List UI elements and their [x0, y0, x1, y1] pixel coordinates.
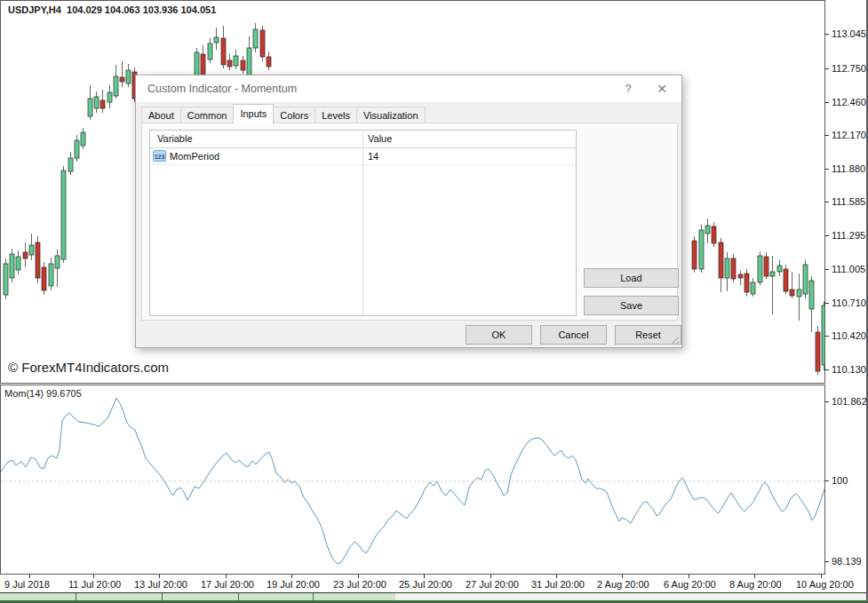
time-axis-label: 25 Jul 20:00 — [399, 579, 452, 590]
candle-bullish — [49, 264, 53, 286]
price-axis-tick — [824, 269, 829, 270]
candle-bullish — [81, 132, 85, 146]
tab-common[interactable]: Common — [180, 107, 235, 123]
candle-bearish — [790, 290, 794, 296]
candle-bearish — [260, 30, 265, 57]
indicator-axis-tick — [824, 480, 829, 481]
time-axis-label: 13 Jul 20:00 — [134, 579, 187, 590]
candle-bearish — [42, 267, 46, 290]
candle-bullish — [68, 158, 73, 171]
candle-bullish — [55, 256, 60, 268]
candle-bullish — [208, 44, 212, 60]
time-axis-tick — [93, 575, 94, 578]
time-axis-tick — [424, 575, 425, 578]
candle-bearish — [267, 57, 271, 67]
momentum-line-chart[interactable] — [1, 385, 824, 574]
inputs-tab-pane: Variable Value 123 MomPeriod 14 Load Sav… — [141, 123, 678, 321]
tab-visualization[interactable]: Visualization — [356, 107, 426, 123]
indicator-value-label: Mom(14) 99.6705 — [4, 388, 82, 399]
time-axis-tick — [754, 575, 755, 578]
variable-value[interactable]: 14 — [368, 151, 378, 162]
price-axis-tick — [824, 235, 829, 236]
price-axis-label: 111.005 — [832, 264, 865, 274]
column-header-variable: Variable — [157, 133, 193, 144]
price-axis-label: 113.045 — [832, 28, 866, 39]
tab-colors[interactable]: Colors — [273, 107, 315, 123]
momentum-line — [1, 398, 824, 564]
time-axis-tick — [689, 575, 689, 578]
time-axis-label: 2 Aug 20:00 — [597, 579, 649, 590]
candle-bullish — [777, 266, 782, 272]
price-axis-label: 112.170 — [832, 130, 866, 140]
symbol-ohlc-label: USDJPY,H4 104.029 104.063 103.936 104.05… — [8, 4, 216, 15]
time-axis-tick — [821, 575, 822, 578]
price-axis-label: 111.585 — [832, 196, 865, 207]
candle-bullish — [809, 281, 814, 309]
close-icon[interactable]: ✕ — [648, 75, 676, 102]
time-axis: 9 Jul 201811 Jul 20:0013 Jul 20:0017 Jul… — [0, 575, 868, 592]
time-axis-label: 23 Jul 20:00 — [333, 579, 386, 590]
candle-bullish — [725, 258, 729, 278]
candle-bullish — [61, 171, 66, 259]
ok-button[interactable]: OK — [466, 325, 532, 345]
candle-bullish — [803, 265, 808, 294]
price-axis-label: 110.710 — [832, 298, 866, 308]
indicator-axis-tick — [824, 401, 829, 402]
tab-inputs[interactable]: Inputs — [233, 104, 274, 123]
candle-bullish — [4, 264, 8, 295]
dialog-tabstrip: AboutCommonInputsColorsLevelsVisualizati… — [141, 105, 425, 123]
time-axis-tick — [291, 575, 292, 578]
column-header-value: Value — [368, 133, 392, 144]
cancel-button[interactable]: Cancel — [540, 325, 607, 345]
table-row[interactable]: 123 MomPeriod 14 — [150, 148, 576, 165]
candle-bullish — [751, 282, 755, 294]
indicator-axis-tick — [824, 561, 829, 562]
inputs-table: Variable Value 123 MomPeriod 14 — [149, 130, 577, 316]
tab-about[interactable]: About — [141, 107, 181, 123]
candle-bullish — [797, 290, 801, 297]
time-axis-tick — [159, 575, 160, 578]
tab-levels[interactable]: Levels — [315, 107, 357, 123]
price-axis-label: 112.460 — [832, 97, 866, 107]
time-axis-label: 27 Jul 20:00 — [466, 579, 519, 590]
price-axis-tick — [824, 169, 829, 170]
indicator-axis-label: 98.139 — [832, 556, 862, 567]
mt4-window: USDJPY,H4 104.029 104.063 103.936 104.05… — [0, 0, 868, 603]
candle-bullish — [253, 29, 258, 48]
save-button[interactable]: Save — [584, 296, 679, 315]
candle-bullish — [16, 257, 20, 270]
custom-indicator-dialog: Custom Indicator - Momentum ? ✕ AboutCom… — [135, 75, 682, 348]
candle-bearish — [719, 242, 723, 278]
candle-bearish — [738, 274, 743, 278]
candle-bearish — [745, 274, 749, 292]
candle-bullish — [705, 226, 710, 234]
price-axis-tick — [824, 303, 829, 304]
dialog-titlebar[interactable]: Custom Indicator - Momentum ? ✕ — [136, 75, 681, 102]
load-button[interactable]: Load — [584, 268, 679, 288]
price-axis-tick — [824, 135, 829, 136]
resize-grip-icon[interactable] — [671, 337, 679, 345]
candle-bullish — [75, 140, 79, 158]
help-button[interactable]: ? — [614, 75, 642, 102]
bottom-strip-separator — [238, 593, 239, 600]
bottom-strip-separator — [76, 593, 76, 600]
price-axis-label: 110.420 — [832, 330, 866, 341]
candle-bullish — [770, 272, 775, 276]
candle-bullish — [699, 230, 704, 269]
bottom-strip-separator — [162, 593, 163, 600]
candle-bearish — [221, 38, 226, 65]
time-axis-label: 6 Aug 20:00 — [664, 579, 716, 590]
price-axis-label: 112.750 — [832, 63, 866, 74]
indicator-axis-label: 100 — [832, 475, 848, 486]
time-axis-tick — [358, 575, 359, 578]
time-axis-label: 11 Jul 20:00 — [68, 579, 121, 590]
time-axis-label: 31 Jul 20:00 — [531, 579, 585, 590]
time-axis-label: 19 Jul 20:00 — [267, 579, 320, 590]
time-axis-label: 9 Jul 2018 — [4, 579, 50, 590]
table-header-row: Variable Value — [150, 131, 576, 148]
candle-bullish — [234, 56, 238, 66]
candle-bearish — [36, 242, 40, 278]
watermark-text: © ForexMT4Indicators.com — [8, 360, 169, 375]
momentum-indicator-panel[interactable] — [0, 385, 825, 575]
time-axis-tick — [29, 575, 30, 578]
